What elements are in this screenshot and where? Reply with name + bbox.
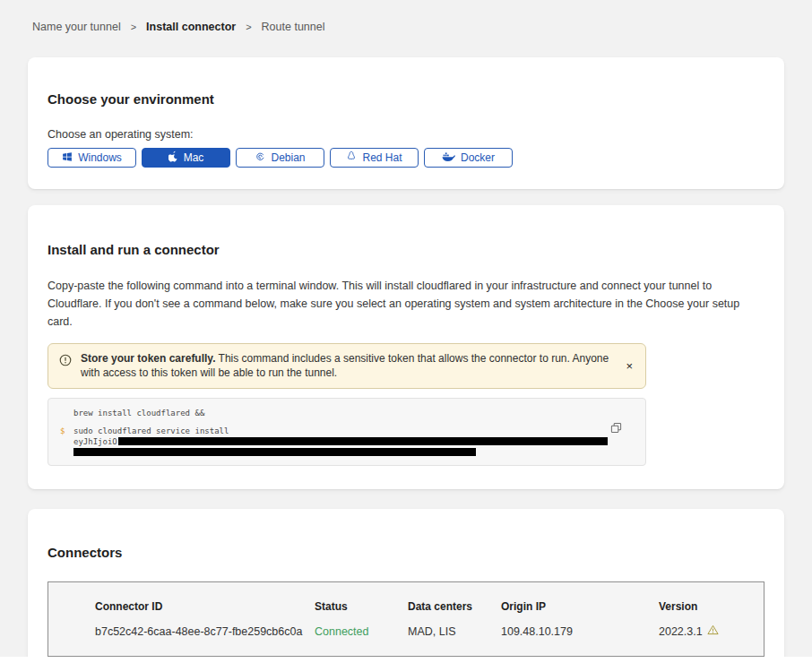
status-badge: Connected — [315, 625, 408, 638]
breadcrumb-step-route-tunnel[interactable]: Route tunnel — [262, 21, 325, 33]
windows-icon — [62, 151, 73, 165]
os-button-debian[interactable]: Debian — [236, 148, 324, 168]
cell-version: 2022.3.1 — [659, 624, 755, 638]
token-prefix-text: eyJhIjoiO — [73, 436, 117, 447]
choose-environment-card: Choose your environment Choose an operat… — [28, 57, 784, 189]
debian-icon — [255, 151, 265, 165]
breadcrumb-step-name-tunnel[interactable]: Name your tunnel — [32, 21, 121, 33]
os-select-label: Choose an operating system: — [48, 128, 764, 141]
redacted-token-bar-2 — [73, 448, 476, 456]
code-line-gap — [48, 418, 645, 426]
breadcrumb-step-install-connector[interactable]: Install connector — [146, 21, 236, 33]
os-button-redhat[interactable]: Red Hat — [330, 148, 419, 168]
install-command-code-block: brew install cloudflared && $ sudo cloud… — [48, 398, 646, 466]
warning-title: Store your token carefully. — [81, 352, 216, 365]
warning-triangle-icon — [707, 624, 719, 638]
card-title-install: Install and run a connector — [48, 242, 764, 257]
column-header-status: Status — [315, 600, 408, 613]
version-text: 2022.3.1 — [659, 625, 703, 638]
docker-icon — [442, 151, 455, 165]
code-line-sudo: $ sudo cloudflared service install — [48, 426, 645, 436]
code-command-text: sudo cloudflared service install — [73, 426, 229, 436]
token-warning-banner: Store your token carefully. This command… — [48, 343, 646, 389]
os-button-windows[interactable]: Windows — [48, 148, 136, 168]
redacted-token-bar-1 — [118, 437, 608, 445]
cell-origin-ip: 109.48.10.179 — [501, 625, 659, 638]
column-header-data-centers: Data centers — [408, 600, 501, 613]
column-header-origin-ip: Origin IP — [501, 600, 659, 613]
apple-icon — [168, 151, 178, 165]
close-icon[interactable]: × — [624, 358, 635, 374]
column-header-connector-id: Connector ID — [95, 600, 315, 613]
code-line-token: eyJhIjoiO — [48, 436, 645, 447]
info-circle-icon — [59, 354, 72, 370]
os-button-label: Docker — [461, 151, 495, 164]
cell-data-centers: MAD, LIS — [408, 625, 501, 638]
footer-strip — [0, 657, 812, 663]
os-button-label: Red Hat — [362, 151, 402, 164]
warning-text: Store your token carefully. This command… — [81, 351, 615, 381]
os-button-label: Windows — [78, 151, 122, 164]
copy-icon[interactable] — [610, 422, 622, 436]
os-button-docker[interactable]: Docker — [424, 148, 513, 168]
card-title-environment: Choose your environment — [48, 91, 764, 107]
os-button-mac[interactable]: Mac — [142, 148, 230, 168]
os-button-label: Debian — [271, 151, 305, 164]
breadcrumb-separator: > — [246, 22, 251, 32]
card-title-connectors: Connectors — [48, 545, 764, 560]
cell-connector-id: b7c52c42-6caa-48ee-8c77-fbe259cb6c0a — [95, 625, 315, 638]
install-description: Copy-paste the following command into a … — [48, 277, 764, 331]
code-line-brew: brew install cloudflared && — [48, 408, 645, 418]
breadcrumb: Name your tunnel > Install connector > R… — [0, 0, 812, 33]
column-header-version: Version — [659, 600, 755, 613]
shell-prompt: $ — [48, 426, 73, 436]
breadcrumb-separator: > — [131, 22, 136, 32]
os-button-group: Windows Mac Debian Red Hat Docker — [48, 148, 764, 168]
connectors-card: Connectors Connector ID Status Data cent… — [28, 509, 784, 663]
os-button-label: Mac — [184, 151, 204, 164]
install-connector-card: Install and run a connector Copy-paste t… — [28, 205, 784, 488]
redhat-icon — [346, 151, 357, 165]
connectors-table: Connector ID Status Data centers Origin … — [48, 581, 764, 657]
